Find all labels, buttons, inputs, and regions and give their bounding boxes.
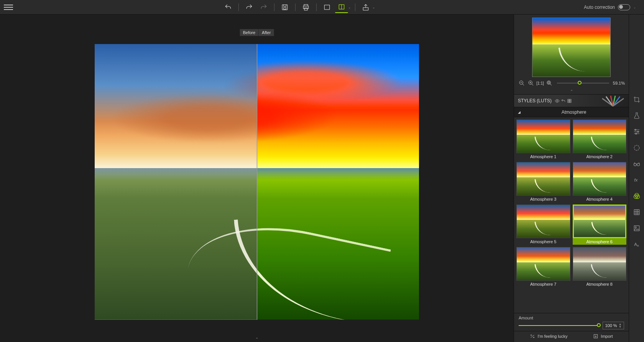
- import-button[interactable]: Import: [593, 334, 613, 339]
- preset-label: Atmosphere 5: [530, 238, 556, 245]
- glasses-tool[interactable]: [632, 159, 641, 169]
- svg-rect-31: [635, 98, 639, 101]
- print-button[interactable]: [299, 2, 312, 13]
- preset-atmosphere-6[interactable]: Atmosphere 6: [573, 205, 627, 245]
- preset-atmosphere-1[interactable]: Atmosphere 1: [516, 119, 570, 160]
- zoom-in-icon[interactable]: [527, 79, 535, 87]
- svg-line-10: [522, 84, 524, 85]
- split-divider[interactable]: [257, 44, 257, 320]
- svg-line-13: [532, 84, 533, 85]
- preset-label: Atmosphere 2: [586, 153, 613, 160]
- image-canvas[interactable]: [95, 44, 419, 320]
- feeling-lucky-button[interactable]: I'm feeling lucky: [530, 334, 567, 339]
- grid-tool[interactable]: [632, 208, 641, 217]
- auto-correction-caret[interactable]: ⌄: [633, 5, 636, 9]
- redo-button[interactable]: [243, 2, 256, 13]
- category-name: Atmosphere: [523, 110, 625, 115]
- svg-rect-18: [548, 82, 550, 83]
- svg-point-16: [547, 81, 550, 84]
- svg-text:A: A: [637, 244, 639, 247]
- share-button[interactable]: [359, 2, 372, 13]
- zoom-fit-icon[interactable]: [545, 79, 553, 87]
- preset-atmosphere-3[interactable]: Atmosphere 3: [516, 162, 570, 202]
- undo-button[interactable]: [222, 2, 235, 13]
- svg-point-19: [557, 100, 558, 101]
- auto-correction-toggle[interactable]: [618, 4, 630, 10]
- pencils-decoration: [600, 95, 626, 107]
- svg-rect-20: [568, 99, 569, 101]
- panel-footer: I'm feeling lucky Import: [514, 331, 629, 342]
- text-tool[interactable]: AA: [632, 240, 641, 249]
- right-toolstrip: fxAA: [629, 15, 644, 342]
- zoom-out-icon[interactable]: [518, 79, 526, 87]
- zoom-controls: [1:1] 59.1%: [514, 79, 629, 89]
- preset-label: Atmosphere 7: [530, 281, 556, 287]
- luts-panel-header[interactable]: STYLES (LUTS): [514, 94, 629, 107]
- category-row[interactable]: ◢ Atmosphere: [514, 107, 629, 117]
- preset-label: Atmosphere 4: [586, 196, 613, 202]
- top-toolbar: ⌄ ⌄ Auto correction ⌄: [0, 0, 644, 15]
- auto-correction-label: Auto correction: [584, 5, 615, 10]
- navigator-collapse-caret[interactable]: ⌃: [514, 89, 629, 94]
- sliders-tool[interactable]: [632, 127, 641, 136]
- svg-point-51: [635, 227, 636, 228]
- share-dropdown-caret[interactable]: ⌄: [372, 5, 375, 9]
- amount-row: Amount 100 % ▲▼: [514, 313, 629, 331]
- menu-button[interactable]: [4, 3, 13, 12]
- lab-tool[interactable]: [632, 111, 641, 120]
- amount-slider[interactable]: [519, 325, 599, 326]
- luts-tool[interactable]: [632, 191, 641, 201]
- view-single-button[interactable]: [320, 2, 334, 13]
- after-label: After: [259, 29, 274, 36]
- luts-panel-title: STYLES (LUTS): [518, 98, 552, 103]
- svg-rect-50: [634, 226, 639, 231]
- redo-step-button[interactable]: [257, 2, 270, 13]
- svg-rect-4: [304, 8, 307, 10]
- svg-rect-45: [634, 209, 639, 214]
- preset-atmosphere-2[interactable]: Atmosphere 2: [573, 119, 627, 160]
- preset-label: Atmosphere 6: [573, 238, 627, 245]
- frame-tool[interactable]: [632, 224, 641, 233]
- before-label: Before: [240, 29, 259, 36]
- marquee-tool[interactable]: [632, 143, 641, 152]
- zoom-slider[interactable]: [557, 83, 609, 83]
- view-split-button[interactable]: [335, 2, 348, 13]
- svg-point-38: [634, 145, 639, 150]
- preset-scroll[interactable]: Atmosphere 1Atmosphere 2Atmosphere 3Atmo…: [514, 117, 629, 313]
- zoom-1to1-icon[interactable]: [1:1]: [536, 79, 544, 87]
- svg-rect-5: [324, 5, 329, 10]
- preset-atmosphere-7[interactable]: Atmosphere 7: [516, 247, 570, 287]
- svg-rect-22: [568, 101, 569, 103]
- reset-icon[interactable]: [561, 98, 566, 103]
- view-dropdown-caret[interactable]: ⌄: [348, 5, 351, 9]
- eye-icon[interactable]: [555, 98, 560, 103]
- bottom-collapse-caret[interactable]: ⌃: [255, 337, 258, 341]
- zoom-value: 59.1%: [613, 81, 625, 85]
- before-after-tag: Before After: [240, 29, 274, 36]
- preset-atmosphere-4[interactable]: Atmosphere 4: [573, 162, 627, 202]
- preset-atmosphere-5[interactable]: Atmosphere 5: [516, 205, 570, 245]
- expand-icon[interactable]: [567, 98, 572, 103]
- preset-label: Atmosphere 1: [530, 153, 556, 160]
- svg-text:fx: fx: [634, 177, 638, 182]
- preset-label: Atmosphere 3: [530, 196, 556, 202]
- side-panel: [1:1] 59.1% ⌃ STYLES (LUTS): [514, 15, 629, 342]
- svg-rect-21: [570, 99, 571, 101]
- preset-label: Atmosphere 8: [586, 281, 613, 287]
- canvas-area: Before After: [0, 15, 514, 342]
- svg-rect-23: [570, 101, 571, 103]
- amount-value-box[interactable]: 100 % ▲▼: [603, 322, 624, 329]
- preset-atmosphere-8[interactable]: Atmosphere 8: [573, 247, 627, 287]
- amount-label: Amount: [519, 316, 624, 320]
- svg-rect-8: [363, 7, 368, 10]
- svg-line-17: [550, 84, 552, 85]
- svg-rect-2: [304, 4, 308, 6]
- category-collapse-icon: ◢: [518, 110, 521, 114]
- svg-rect-1: [284, 7, 286, 9]
- navigator-thumbnail[interactable]: [532, 18, 611, 77]
- crop-tool[interactable]: [632, 95, 641, 104]
- save-button[interactable]: [278, 2, 291, 13]
- fx-tool[interactable]: fx: [632, 175, 641, 185]
